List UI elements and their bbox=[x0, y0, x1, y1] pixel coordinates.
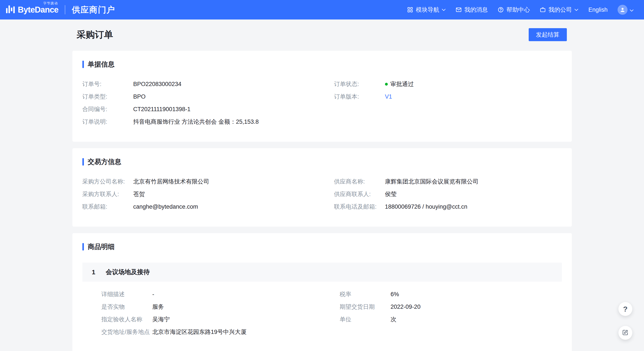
field-item-physical: 是否实物 服务 bbox=[102, 303, 334, 311]
main-content: 采购订单 发起结算 单据信息 订单号: BPO22083000234 订单类型:… bbox=[72, 28, 572, 351]
field-item-tax-rate: 税率 6% bbox=[340, 290, 562, 298]
section-title-label: 单据信息 bbox=[88, 60, 115, 69]
document-info-right-column: 订单状态: 审批通过 订单版本: V1 bbox=[334, 80, 562, 130]
field-order-description: 订单说明: 抖音电商服饰行业 方法论共创会 金额：25,153.8 bbox=[82, 118, 334, 126]
trading-party-right-column: 供应商名称: 康辉集团北京国际会议展览有限公司 供应商联系人: 侯莹 联系电话及… bbox=[334, 178, 562, 215]
field-value: 抖音电商服饰行业 方法论共创会 金额：25,153.8 bbox=[133, 118, 259, 126]
section-title-label: 商品明细 bbox=[88, 242, 115, 251]
field-buyer-contact: 采购方联系人: 苍贺 bbox=[82, 190, 334, 198]
field-value: 服务 bbox=[152, 303, 164, 311]
question-mark-icon: ? bbox=[623, 305, 628, 313]
field-value: BPO bbox=[133, 93, 146, 100]
section-accent-bar bbox=[82, 158, 84, 166]
document-info-card: 单据信息 订单号: BPO22083000234 订单类型: BPO 合同编号:… bbox=[72, 51, 572, 142]
field-value: 18800069726 / houying@cct.cn bbox=[385, 203, 467, 211]
field-value: - bbox=[152, 290, 154, 298]
nav-item-module-nav[interactable]: 模块导航 bbox=[407, 6, 446, 14]
briefcase-icon bbox=[540, 7, 546, 13]
top-navigation: 字节跳动 ByteDance 供应商门户 模块导航 bbox=[0, 0, 644, 19]
field-contract-number: 合同编号: CT20211119001398-1 bbox=[82, 105, 334, 113]
field-label: 指定验收人名称 bbox=[102, 316, 152, 323]
field-label: 是否实物 bbox=[102, 303, 152, 311]
field-value: 6% bbox=[390, 290, 399, 298]
field-value: 苍贺 bbox=[133, 190, 145, 198]
field-label: 采购方联系人: bbox=[82, 190, 133, 198]
feedback-fab-button[interactable] bbox=[618, 326, 632, 340]
field-label: 期望交货日期 bbox=[340, 303, 390, 311]
product-details-card: 商品明细 1 会议场地及接待 详细描述 - 是否实物 服务 指定验收人名称 吴海… bbox=[72, 233, 572, 351]
language-label: English bbox=[588, 6, 608, 13]
field-label: 联系电话及邮箱: bbox=[334, 203, 385, 211]
trading-party-left-column: 采购方公司名称: 北京有竹居网络技术有限公司 采购方联系人: 苍贺 联系邮箱: … bbox=[82, 178, 334, 215]
nav-divider bbox=[65, 5, 65, 14]
status-dot bbox=[385, 83, 388, 86]
brand-label: ByteDance bbox=[18, 5, 58, 14]
field-item-unit: 单位 次 bbox=[340, 316, 562, 323]
item-name: 会议场地及接待 bbox=[106, 268, 150, 277]
field-label: 联系邮箱: bbox=[82, 203, 133, 211]
field-label: 供应商名称: bbox=[334, 178, 385, 185]
field-label: 订单号: bbox=[82, 80, 133, 88]
order-version-link[interactable]: V1 bbox=[385, 93, 392, 100]
field-label: 单位 bbox=[340, 316, 390, 323]
field-item-expected-delivery-date: 期望交货日期 2022-09-20 bbox=[340, 303, 562, 311]
field-value: CT20211119001398-1 bbox=[133, 105, 190, 113]
chevron-down-icon bbox=[442, 9, 446, 11]
field-value: 吴海宁 bbox=[152, 316, 170, 323]
user-menu[interactable] bbox=[618, 5, 634, 15]
feedback-form-icon bbox=[622, 329, 628, 337]
field-order-number: 订单号: BPO22083000234 bbox=[82, 80, 334, 88]
nav-item-language[interactable]: English bbox=[588, 6, 608, 13]
help-fab-button[interactable]: ? bbox=[618, 302, 632, 316]
field-label: 供应商联系人: bbox=[334, 190, 385, 198]
item-right-column: 税率 6% 期望交货日期 2022-09-20 单位 次 bbox=[334, 290, 562, 341]
brand-cn-label: 字节跳动 bbox=[43, 1, 58, 5]
nav-item-my-company[interactable]: 我的公司 bbox=[540, 6, 578, 14]
field-label: 详细描述 bbox=[102, 290, 152, 298]
nav-right: 模块导航 我的消息 帮助中心 bbox=[407, 5, 634, 15]
field-label: 采购方公司名称: bbox=[82, 178, 133, 185]
item-left-column: 详细描述 - 是否实物 服务 指定验收人名称 吴海宁 交货地址/服务地点 北京市… bbox=[82, 290, 334, 341]
field-value: canghe@bytedance.com bbox=[133, 203, 198, 211]
field-value: 侯莹 bbox=[385, 190, 397, 198]
portal-title: 供应商门户 bbox=[72, 4, 115, 15]
field-label: 订单类型: bbox=[82, 93, 133, 100]
section-accent-bar bbox=[82, 61, 84, 68]
field-item-delivery-address: 交货地址/服务地点 北京市海淀区花园东路19号中兴大厦 bbox=[102, 328, 334, 336]
field-value: BPO22083000234 bbox=[133, 80, 182, 88]
bytedance-brand: 字节跳动 ByteDance bbox=[6, 5, 58, 14]
field-buyer-email: 联系邮箱: canghe@bytedance.com bbox=[82, 203, 334, 211]
grid-icon bbox=[407, 7, 413, 13]
user-avatar-icon bbox=[618, 5, 628, 15]
field-order-version: 订单版本: V1 bbox=[334, 93, 562, 100]
nav-item-help-center[interactable]: 帮助中心 bbox=[498, 6, 530, 14]
field-order-status: 订单状态: 审批通过 bbox=[334, 80, 562, 88]
field-item-acceptor: 指定验收人名称 吴海宁 bbox=[102, 316, 334, 323]
field-supplier-phone-email: 联系电话及邮箱: 18800069726 / houying@cct.cn bbox=[334, 203, 562, 211]
page-title: 采购订单 bbox=[77, 28, 113, 41]
bytedance-logo-icon bbox=[6, 5, 15, 14]
field-value: 北京市海淀区花园东路19号中兴大厦 bbox=[152, 328, 247, 336]
my-company-label: 我的公司 bbox=[548, 6, 572, 14]
field-value: 康辉集团北京国际会议展览有限公司 bbox=[385, 178, 478, 185]
item-number: 1 bbox=[92, 269, 96, 276]
field-label: 订单说明: bbox=[82, 118, 133, 126]
field-label: 合同编号: bbox=[82, 105, 133, 113]
field-supplier-name: 供应商名称: 康辉集团北京国际会议展览有限公司 bbox=[334, 178, 562, 185]
field-supplier-contact: 供应商联系人: 侯莹 bbox=[334, 190, 562, 198]
module-nav-label: 模块导航 bbox=[416, 6, 439, 14]
field-order-type: 订单类型: BPO bbox=[82, 93, 334, 100]
chevron-down-icon bbox=[630, 6, 634, 13]
product-details-title: 商品明细 bbox=[82, 242, 562, 251]
nav-item-messages[interactable]: 我的消息 bbox=[456, 6, 488, 14]
section-title-label: 交易方信息 bbox=[88, 157, 122, 166]
field-value: 次 bbox=[390, 316, 396, 323]
field-label: 订单版本: bbox=[334, 93, 385, 100]
initiate-settlement-button[interactable]: 发起结算 bbox=[529, 28, 567, 41]
nav-left: 字节跳动 ByteDance 供应商门户 bbox=[6, 4, 115, 15]
status-value: 审批通过 bbox=[385, 80, 414, 88]
section-accent-bar bbox=[82, 243, 84, 251]
field-value: 2022-09-20 bbox=[390, 303, 420, 311]
status-badge: 审批通过 bbox=[390, 81, 414, 87]
document-info-title: 单据信息 bbox=[82, 60, 562, 69]
